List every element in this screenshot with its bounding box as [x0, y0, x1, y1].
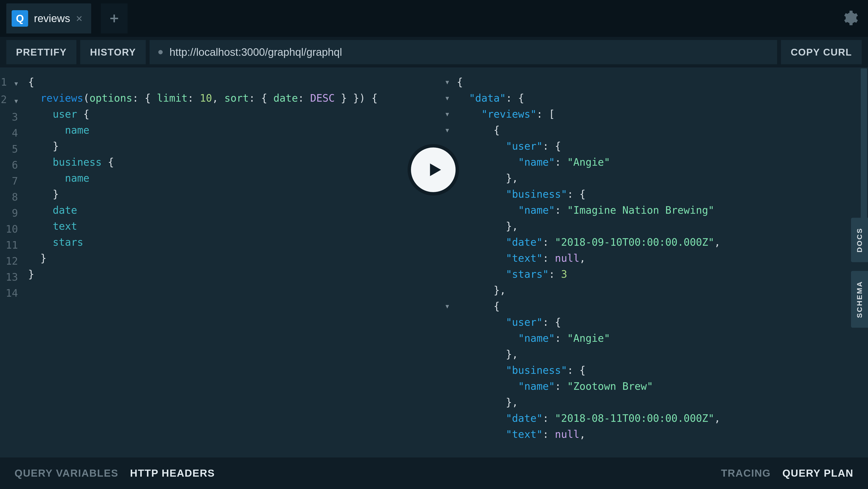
url-text: http://localhost:3000/graphql/graphql [169, 46, 342, 58]
tab-http-headers[interactable]: HTTP HEADERS [130, 467, 215, 479]
line-gutter: 1 ▼2 ▼34567891011121314 [0, 67, 22, 457]
main-split: 1 ▼2 ▼34567891011121314 { reviews(option… [0, 67, 868, 457]
toolbar: PRETTIFY HISTORY http://localhost:3000/g… [0, 37, 868, 67]
prettify-button[interactable]: PRETTIFY [6, 40, 76, 64]
bottom-bar: QUERY VARIABLES HTTP HEADERS TRACING QUE… [0, 457, 868, 489]
run-query-button[interactable] [411, 148, 456, 192]
settings-button[interactable] [841, 9, 858, 28]
result-code[interactable]: { "data": { "reviews": [ { "user": { "na… [451, 67, 868, 457]
tab-query-variables[interactable]: QUERY VARIABLES [14, 467, 118, 479]
url-input[interactable]: http://localhost:3000/graphql/graphql [150, 40, 777, 64]
add-tab-button[interactable] [101, 3, 127, 33]
tab-title: reviews [34, 12, 70, 25]
play-icon [425, 160, 444, 179]
query-editor[interactable]: 1 ▼2 ▼34567891011121314 { reviews(option… [0, 67, 434, 457]
tab-query-plan[interactable]: QUERY PLAN [782, 467, 854, 479]
gear-icon [841, 9, 858, 27]
close-icon[interactable]: × [76, 12, 83, 25]
tab-tracing[interactable]: TRACING [721, 467, 771, 479]
side-tabs: DOCS SCHEMA [851, 218, 868, 328]
docs-tab[interactable]: DOCS [851, 218, 868, 262]
query-code[interactable]: { reviews(options: { limit: 10, sort: { … [22, 67, 434, 457]
copy-curl-button[interactable]: COPY CURL [781, 40, 862, 64]
tab-reviews[interactable]: Q reviews × [6, 3, 91, 33]
plus-icon [108, 12, 120, 24]
status-dot-icon [158, 50, 163, 54]
tab-badge: Q [12, 10, 28, 27]
scroll-thumb[interactable] [861, 68, 867, 238]
schema-tab[interactable]: SCHEMA [851, 271, 868, 328]
tab-bar: Q reviews × [0, 0, 868, 37]
fold-gutter: ▼▼▼▼ ▼ [434, 67, 451, 457]
result-pane: ▼▼▼▼ ▼ { "data": { "reviews": [ { "user"… [434, 67, 868, 457]
history-button[interactable]: HISTORY [80, 40, 146, 64]
